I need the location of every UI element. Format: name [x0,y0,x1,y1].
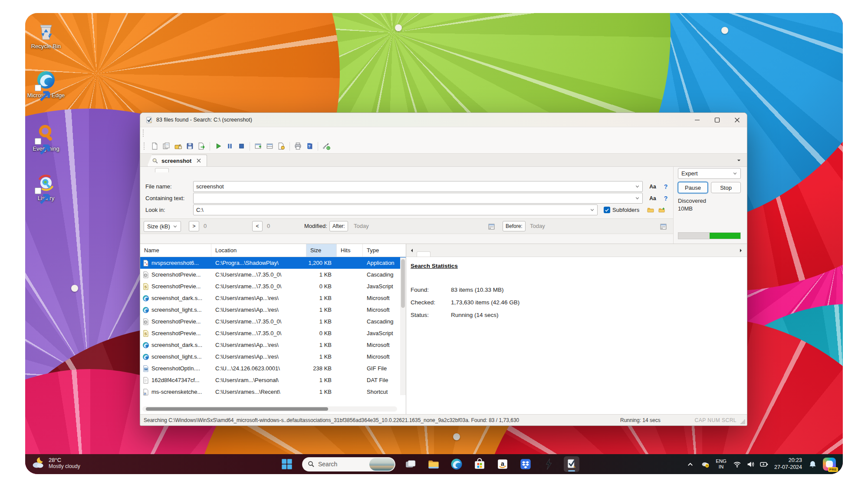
maximize-button[interactable] [707,113,727,127]
look-in-input[interactable]: C:\ [193,204,598,215]
match-case-button[interactable]: Aa [647,181,658,191]
file-row[interactable]: ms-screensketche... C:\Users\rames...\Re… [140,386,406,398]
search-highlight-image[interactable] [369,458,395,471]
menu-view[interactable] [167,132,177,134]
desktop-icon-everything[interactable]: Everything [25,123,67,152]
tray-notification-bell-icon[interactable] [808,459,817,469]
file-row[interactable]: screenshot_light.s... C:\Users\rames\Ap.… [140,351,406,363]
menu-file[interactable] [148,132,158,134]
tray-battery-icon[interactable] [759,459,769,469]
taskbar-clock[interactable]: 20:23 27-07-2024 [774,457,802,471]
menu-tools[interactable] [186,132,196,134]
horizontal-scrollbar[interactable] [142,406,397,412]
stop-button[interactable]: Stop [711,182,741,193]
calendar-icon[interactable] [659,222,667,230]
toolbar-window-new-button[interactable] [252,141,264,152]
column-header-type[interactable]: Type [363,244,406,257]
tab-close-icon[interactable] [196,158,201,163]
subfolders-checkbox[interactable] [604,207,610,213]
toolbar-report-button[interactable] [276,141,287,152]
file-row[interactable]: S ScreenshotPrevie... C:\Users\rame...\7… [140,327,406,339]
modified-before-button[interactable]: Before: [503,221,526,231]
file-row[interactable]: nvspscreenshot6... C:\Progra...\ShadowPl… [140,257,406,269]
file-name-input[interactable]: screenshot [193,181,643,192]
modified-after-button[interactable]: After: [329,221,348,231]
desktop-icon-listary[interactable]: Listary [25,172,67,202]
menu-window[interactable] [196,132,205,134]
tray-volume-icon[interactable] [746,459,755,469]
file-row[interactable]: 162d8f4c47347cf... C:\Users\ram...\Perso… [140,374,406,386]
browse-folder-icon[interactable] [646,206,654,214]
taskbar-weather-widget[interactable]: 28°C Mostly cloudy [31,456,80,470]
toolbar-save-button[interactable] [184,141,196,152]
file-row[interactable]: ScreenshotPrevie... C:\Users\rame...\7.3… [140,269,406,280]
start-button[interactable] [279,456,295,472]
modified-before-value[interactable]: Today [530,223,545,229]
summary-tab-hits[interactable] [431,251,444,257]
chevron-down-icon[interactable] [590,208,595,212]
size-unit-select[interactable]: Size (kB) [144,221,181,232]
toolbar-start-search-button[interactable] [212,141,224,152]
vertical-scrollbar[interactable] [400,257,406,395]
calendar-icon[interactable] [487,222,495,230]
toolbar-stop-search-button[interactable] [236,141,247,152]
scroll-tabs-left-icon[interactable] [409,248,414,253]
file-row[interactable]: screenshot_dark.s... C:\Users\rames\Ap..… [140,292,406,304]
file-row[interactable]: ScreenshotOptIn.... C:\U...\24.126.0623.… [140,363,406,374]
scrollbar-thumb[interactable] [146,407,328,411]
taskbar-app-edge-app[interactable] [449,456,464,472]
language-switcher[interactable]: ENG IN [716,458,727,470]
file-row[interactable]: ScreenshotPrevie... C:\Users\rame...\7.3… [140,316,406,327]
file-row[interactable]: S ScreenshotPrevie... C:\Users\rame...\7… [140,280,406,292]
search-tab[interactable]: screenshot [147,155,207,166]
scrollbar-thumb[interactable] [401,259,405,308]
minimize-button[interactable] [687,113,707,127]
taskbar-app-file-explorer[interactable] [426,456,441,472]
toolbar-new-search-button[interactable] [149,141,161,152]
desktop-icon-edge-shortcut[interactable]: Microsoft Edge [25,69,67,99]
taskbar-app-amazon[interactable]: a [495,456,510,472]
menu-help[interactable] [205,132,215,134]
tray-wifi-icon[interactable] [732,459,742,469]
expression-help-button[interactable]: ? [661,181,671,191]
column-header-name[interactable]: Name [140,244,211,257]
taskbar-app-store[interactable] [472,456,487,472]
toolbar-settings-button[interactable] [320,141,332,152]
file-row[interactable]: screenshot_light.s... C:\Users\rames\Ap.… [140,304,406,316]
chevron-down-icon[interactable] [635,196,640,201]
form-tab-options[interactable] [169,168,183,172]
column-header-size[interactable]: Size [306,244,337,257]
desktop-icon-recycle-bin[interactable]: Recycle Bin [25,20,67,50]
tray-onedrive-status-icon[interactable] [700,459,710,469]
file-row[interactable]: screenshot_dark.s... C:\Users\rames\Ap..… [140,339,406,351]
expression-help-button[interactable]: ? [661,193,671,203]
menu-edit[interactable] [158,132,167,134]
size-greater-value[interactable]: 0 [204,223,207,229]
toolbar-print-button[interactable] [292,141,304,152]
chevron-down-icon[interactable] [635,184,640,189]
form-tab-main[interactable] [155,168,169,172]
summary-tab-summary[interactable] [417,251,431,257]
summary-tab-reports[interactable] [444,251,458,257]
scroll-tabs-right-icon[interactable] [738,248,743,253]
toolbar-open-results-button[interactable] [161,141,172,152]
containing-text-input[interactable] [193,193,643,204]
size-less-button[interactable]: < [252,221,263,231]
taskbar-app-filelocator[interactable] [564,456,579,472]
close-button[interactable] [727,113,747,127]
resize-grip[interactable] [740,419,745,424]
toolbar-window-split-button[interactable] [264,141,276,152]
toolbar-help-button[interactable]: ? [304,141,316,152]
taskbar-app-lightning[interactable] [541,456,556,472]
taskbar-app-task-view[interactable] [403,456,418,472]
mode-select[interactable]: Expert [678,168,741,179]
toolbar-export-button[interactable] [196,141,207,152]
tray-chevron-up-icon[interactable] [685,459,695,469]
pause-button[interactable]: Pause [678,182,708,193]
column-header-location[interactable]: Location [211,244,306,257]
size-greater-button[interactable]: > [189,221,199,231]
toolbar-criteria-lock-button[interactable] [172,141,184,152]
copilot-button[interactable]: PRE [823,458,836,471]
form-tab-dates[interactable] [183,168,197,172]
add-folder-icon[interactable] [658,206,665,214]
